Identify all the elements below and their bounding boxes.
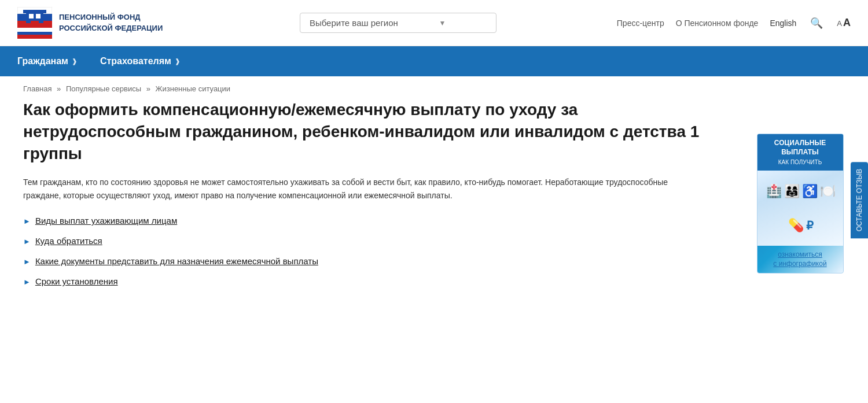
svg-rect-10 bbox=[17, 35, 52, 39]
breadcrumb-current: Жизненные ситуации bbox=[155, 84, 230, 93]
nav-insurers-label: Страхователям bbox=[100, 56, 171, 66]
infographic-icon-ruble: ₽ bbox=[806, 219, 814, 232]
nav-citizens-label: Гражданам bbox=[17, 56, 68, 66]
svg-rect-6 bbox=[36, 14, 41, 19]
nav-insurers-chevron-icon: ❱ bbox=[175, 58, 180, 65]
press-center-link[interactable]: Пресс-центр bbox=[617, 19, 664, 28]
infographic-image-content: 🏥 👨‍👩‍👧 ♿ 🍽️ 💊 ₽ bbox=[757, 171, 844, 246]
infographic-icon-family: 👨‍👩‍👧 bbox=[784, 184, 800, 199]
nav-citizens-chevron-icon: ❱ bbox=[72, 58, 77, 65]
logo-area: ПЕНСИОННЫЙ ФОНД РОССИЙСКОЙ ФЕДЕРАЦИИ bbox=[17, 7, 179, 39]
chevron-down-icon: ▼ bbox=[398, 19, 487, 27]
breadcrumb: Главная » Популярные сервисы » Жизненные… bbox=[23, 76, 845, 99]
link-where-to-apply[interactable]: Куда обратиться bbox=[35, 236, 102, 246]
infographic-icon-medicine: 💊 bbox=[788, 218, 804, 233]
svg-rect-9 bbox=[17, 32, 52, 35]
intro-text: Тем гражданам, кто по состоянию здоровья… bbox=[23, 176, 706, 202]
infographic-link[interactable]: ознакомитьсяс инфографикой bbox=[757, 246, 843, 273]
infographic-sub: КАК ПОЛУЧИТЬ bbox=[761, 158, 840, 166]
region-dropdown[interactable]: Выберите ваш регион ▼ bbox=[300, 13, 496, 33]
font-large-icon[interactable]: A bbox=[843, 17, 851, 29]
font-small-icon[interactable]: A bbox=[837, 19, 842, 28]
arrow-icon-1: ► bbox=[23, 217, 31, 225]
nav-citizens[interactable]: Гражданам ❱ bbox=[17, 46, 89, 76]
svg-rect-7 bbox=[31, 21, 39, 27]
links-list: ► Виды выплат ухаживающим лицам ► Куда о… bbox=[23, 216, 738, 286]
content-main: Как оформить компенсационную/ежемесячную… bbox=[23, 99, 738, 297]
breadcrumb-home[interactable]: Главная bbox=[23, 84, 52, 93]
arrow-icon-4: ► bbox=[23, 278, 31, 286]
breadcrumb-popular[interactable]: Популярные сервисы bbox=[66, 84, 141, 93]
list-item: ► Виды выплат ухаживающим лицам bbox=[23, 216, 738, 225]
content-area: Как оформить компенсационную/ежемесячную… bbox=[23, 99, 845, 314]
breadcrumb-sep2: » bbox=[146, 84, 150, 93]
infographic-image: 🏥 👨‍👩‍👧 ♿ 🍽️ 💊 ₽ bbox=[757, 171, 844, 246]
header-nav: Пресс-центр О Пенсионном фонде English 🔍… bbox=[617, 17, 851, 29]
header: ПЕНСИОННЫЙ ФОНД РОССИЙСКОЙ ФЕДЕРАЦИИ Выб… bbox=[0, 0, 868, 46]
arrow-icon-3: ► bbox=[23, 257, 31, 266]
svg-rect-8 bbox=[17, 29, 52, 32]
list-item: ► Сроки установления bbox=[23, 276, 738, 286]
svg-rect-5 bbox=[29, 14, 34, 19]
font-size-control[interactable]: A A bbox=[837, 17, 851, 29]
infographic-title: СОЦИАЛЬНЫЕ ВЫПЛАТЫ bbox=[761, 139, 840, 157]
main-container: Главная » Популярные сервисы » Жизненные… bbox=[6, 76, 862, 314]
arrow-icon-2: ► bbox=[23, 237, 31, 246]
infographic-header: СОЦИАЛЬНЫЕ ВЫПЛАТЫ КАК ПОЛУЧИТЬ bbox=[757, 134, 843, 171]
link-documents[interactable]: Какие документы представить для назначен… bbox=[35, 256, 318, 266]
breadcrumb-sep1: » bbox=[57, 84, 61, 93]
region-placeholder: Выберите ваш регион bbox=[310, 18, 398, 28]
link-deadlines[interactable]: Сроки установления bbox=[35, 276, 118, 286]
nav-insurers[interactable]: Страхователям ❱ bbox=[89, 46, 192, 76]
region-select-container: Выберите ваш регион ▼ bbox=[179, 13, 617, 33]
page-title: Как оформить компенсационную/ежемесячную… bbox=[23, 99, 718, 164]
search-icon[interactable]: 🔍 bbox=[810, 17, 823, 29]
logo-icon bbox=[17, 7, 52, 39]
about-link[interactable]: О Пенсионном фонде bbox=[676, 19, 759, 28]
link-payment-types[interactable]: Виды выплат ухаживающим лицам bbox=[35, 216, 177, 225]
main-nav: Гражданам ❱ Страхователям ❱ bbox=[0, 46, 868, 76]
language-link[interactable]: English bbox=[770, 19, 796, 28]
content-sidebar: СОЦИАЛЬНЫЕ ВЫПЛАТЫ КАК ПОЛУЧИТЬ 🏥 👨‍👩‍👧 … bbox=[755, 99, 845, 297]
list-item: ► Куда обратиться bbox=[23, 236, 738, 246]
feedback-tab[interactable]: ОСТАВЬТЕ ОТЗЫВ bbox=[851, 162, 868, 238]
infographic-icon-wheelchair: ♿ bbox=[802, 184, 818, 199]
infographic-icon-food: 🍽️ bbox=[820, 184, 836, 199]
logo-text: ПЕНСИОННЫЙ ФОНД РОССИЙСКОЙ ФЕДЕРАЦИИ bbox=[59, 12, 163, 33]
infographic-icon-medical: 🏥 bbox=[766, 184, 782, 199]
infographic-box[interactable]: СОЦИАЛЬНЫЕ ВЫПЛАТЫ КАК ПОЛУЧИТЬ 🏥 👨‍👩‍👧 … bbox=[757, 134, 844, 273]
list-item: ► Какие документы представить для назнач… bbox=[23, 256, 738, 266]
